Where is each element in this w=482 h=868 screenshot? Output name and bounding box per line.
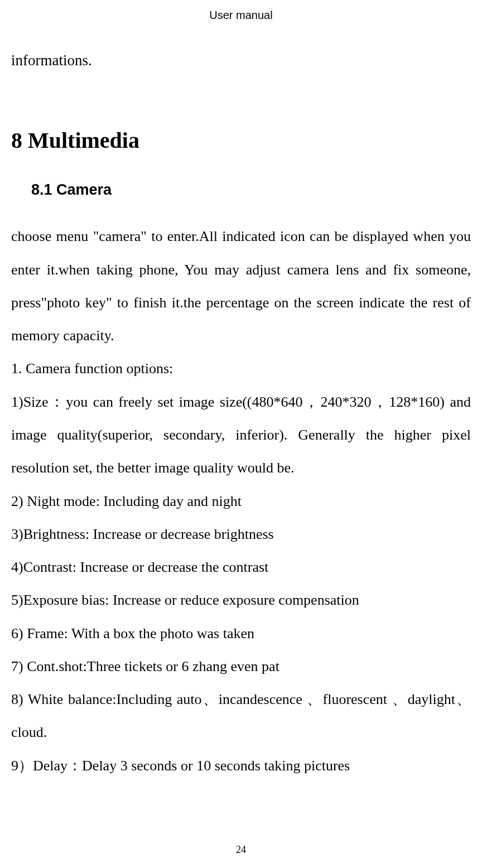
section-heading-1: 8 Multimedia — [11, 127, 471, 153]
body-paragraph-10: 8) White balance:Including auto、incandes… — [11, 683, 471, 749]
page-number: 24 — [0, 844, 482, 856]
header-title: User manual — [209, 9, 272, 21]
body-paragraph-1: choose menu "camera" to enter.All indica… — [11, 220, 471, 352]
body-paragraph-6: 4)Contrast: Increase or decrease the con… — [11, 551, 471, 584]
page-header: User manual — [11, 0, 471, 44]
page-number-value: 24 — [236, 844, 246, 855]
body-paragraph-11: 9）Delay：Delay 3 seconds or 10 seconds ta… — [11, 749, 471, 782]
intro-paragraph: informations. — [11, 44, 471, 77]
body-paragraph-9: 7) Cont.shot:Three tickets or 6 zhang ev… — [11, 650, 471, 683]
body-paragraph-8: 6) Frame: With a box the photo was taken — [11, 617, 471, 650]
body-paragraph-3: 1)Size：you can freely set image size((48… — [11, 385, 471, 485]
body-paragraph-7: 5)Exposure bias: Increase or reduce expo… — [11, 584, 471, 616]
page-content: informations. 8 Multimedia 8.1 Camera ch… — [11, 44, 471, 782]
body-paragraph-2: 1. Camera function options: — [11, 352, 471, 385]
body-paragraph-5: 3)Brightness: Increase or decrease brigh… — [11, 518, 471, 551]
body-paragraph-4: 2) Night mode: Including day and night — [11, 485, 471, 518]
section-heading-2: 8.1 Camera — [31, 181, 471, 199]
